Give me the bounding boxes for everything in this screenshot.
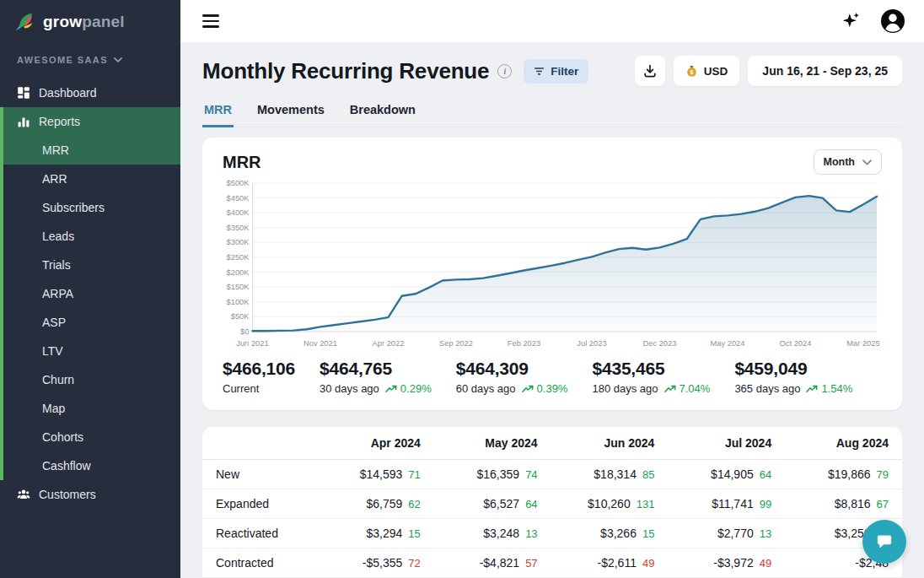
table-cell: $14,90564 [668, 460, 785, 489]
workspace-label: AWESOME SAAS [17, 55, 108, 65]
sidebar-nav: DashboardReportsMRRARRSubscribersLeadsTr… [0, 78, 180, 509]
sidebar-item-label: Map [42, 402, 65, 415]
sidebar-item-trials[interactable]: Trials [3, 251, 180, 279]
table-cell: $19,86679 [785, 460, 902, 489]
table-cell: $11,74199 [668, 489, 785, 519]
user-icon [880, 8, 905, 34]
sidebar-item-map[interactable]: Map [3, 394, 180, 423]
cell-count: 13 [760, 527, 771, 540]
stat-value: $464,309 [456, 359, 568, 379]
info-icon[interactable]: i [497, 64, 512, 78]
interval-select[interactable]: Month [814, 149, 882, 175]
sidebar-item-arpa[interactable]: ARPA [3, 279, 180, 308]
svg-text:$300K: $300K [227, 237, 250, 246]
currency-button[interactable]: $ USD [674, 56, 740, 86]
trend-up-icon [522, 385, 534, 393]
filter-label: Filter [551, 65, 578, 78]
sidebar-item-arr[interactable]: ARR [3, 165, 180, 193]
sidebar-item-cashflow[interactable]: Cashflow [3, 451, 180, 480]
cell-count: 62 [408, 498, 420, 510]
row-label: New [202, 460, 317, 489]
svg-text:$50K: $50K [231, 311, 250, 321]
table-cell: -$4,82157 [434, 548, 551, 578]
sidebar: growpanel AWESOME SAAS DashboardReportsM… [0, 0, 180, 578]
topbar [180, 0, 924, 42]
sidebar-item-leads[interactable]: Leads [3, 222, 180, 251]
sidebar-item-ltv[interactable]: LTV [3, 337, 180, 365]
menu-icon[interactable] [202, 14, 219, 28]
table-cell: -$5,35572 [317, 548, 434, 578]
cell-amount: $19,866 [828, 467, 871, 481]
cell-count: 15 [642, 527, 654, 540]
svg-text:Apr 2022: Apr 2022 [373, 338, 405, 348]
sidebar-item-reports[interactable]: Reports [3, 107, 180, 136]
sidebar-item-label: Cohorts [42, 430, 83, 444]
table-row-contracted: Contracted-$5,35572-$4,82157-$2,61149-$3… [202, 548, 902, 578]
date-range-button[interactable]: Jun 16, 21 - Sep 23, 25 [748, 56, 902, 86]
cell-amount: $6,759 [367, 497, 403, 510]
sidebar-item-customers[interactable]: Customers [0, 480, 180, 509]
sidebar-item-cohorts[interactable]: Cohorts [3, 423, 180, 451]
column-header: Aug 2024 [785, 427, 902, 460]
sidebar-item-churn[interactable]: Churn [3, 365, 180, 394]
chat-bubble-icon [873, 531, 895, 553]
table-row-reactivated: Reactivated$3,29415$3,24813$3,26615$2,77… [202, 519, 902, 548]
content-area: Monthly Recurring Revenue i Filter $ USD [180, 42, 924, 578]
cell-amount: -$3,972 [713, 556, 753, 570]
table-cell: $3,26615 [551, 519, 669, 548]
sidebar-item-label: Dashboard [39, 86, 97, 100]
cell-count: 13 [525, 527, 537, 540]
row-label: Contracted [202, 548, 317, 578]
sidebar-item-asp[interactable]: ASP [3, 308, 180, 337]
cell-amount: -$5,355 [363, 556, 402, 570]
tabs: MRRMovementsBreakdown [202, 98, 902, 127]
svg-text:Jun 2021: Jun 2021 [236, 338, 268, 348]
sidebar-item-mrr[interactable]: MRR [3, 136, 180, 165]
cell-count: 99 [760, 498, 771, 510]
svg-text:$400K: $400K [227, 208, 250, 217]
chevron-down-icon [114, 57, 122, 62]
table-cell: $10,260131 [551, 489, 669, 519]
cell-count: 85 [642, 468, 654, 481]
brand-logo[interactable]: growpanel [0, 0, 180, 41]
trend-up-icon [806, 385, 818, 393]
ai-sparkle-icon[interactable] [840, 10, 862, 32]
cell-count: 79 [877, 468, 889, 481]
column-header: May 2024 [434, 427, 551, 460]
avatar[interactable] [880, 8, 905, 34]
tab-mrr[interactable]: MRR [202, 98, 234, 127]
svg-text:Feb 2023: Feb 2023 [508, 338, 540, 348]
download-button[interactable] [635, 56, 665, 86]
table-cell: $3,24813 [434, 519, 551, 548]
cell-count: 49 [760, 557, 771, 570]
download-icon [643, 64, 657, 78]
dashboard-icon [17, 86, 30, 100]
svg-text:Mar 2025: Mar 2025 [846, 338, 879, 348]
table-cell: $6,75962 [317, 489, 434, 519]
sidebar-item-dashboard[interactable]: Dashboard [0, 78, 180, 107]
table-cell: -$2,61149 [551, 548, 669, 578]
brand-name: growpanel [43, 13, 125, 31]
cell-amount: $3,248 [483, 527, 519, 540]
tab-breakdown[interactable]: Breakdown [348, 98, 417, 127]
svg-text:Sep 2022: Sep 2022 [439, 338, 473, 348]
workspace-switcher[interactable]: AWESOME SAAS [0, 41, 180, 72]
svg-text:$200K: $200K [227, 267, 250, 277]
row-label: Expanded [202, 489, 317, 519]
column-header: Jul 2024 [668, 427, 785, 460]
svg-text:Jul 2023: Jul 2023 [577, 338, 606, 348]
cell-count: 74 [525, 468, 537, 481]
table-cell: $6,52764 [434, 489, 551, 519]
mrr-chart-card: MRR Month $0$50K$ [202, 138, 902, 410]
cell-count: 49 [642, 557, 654, 570]
movements-table: Apr 2024May 2024Jun 2024Jul 2024Aug 2024… [202, 427, 902, 578]
filter-button[interactable]: Filter [524, 59, 588, 84]
stat-label: Current [223, 382, 259, 395]
tab-movements[interactable]: Movements [255, 98, 326, 127]
svg-text:Oct 2024: Oct 2024 [780, 338, 812, 348]
sidebar-item-subscribers[interactable]: Subscribers [3, 193, 180, 222]
chat-widget-button[interactable] [862, 520, 906, 564]
stat-60-days-ago: $464,30960 days ago0.39% [456, 359, 568, 395]
sidebar-item-label: LTV [42, 344, 63, 358]
cell-amount: $11,741 [712, 497, 754, 510]
